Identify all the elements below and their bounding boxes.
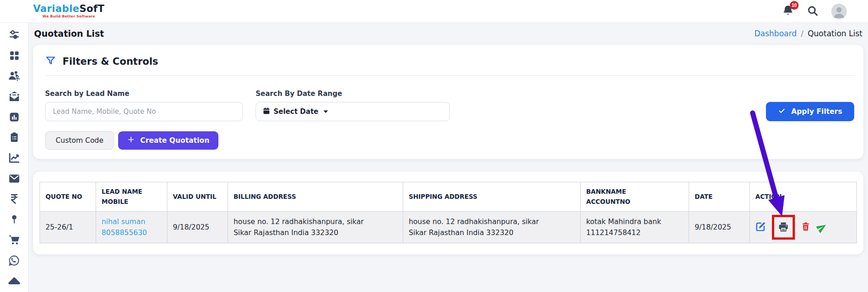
users-gear-icon: [8, 70, 20, 84]
send-button[interactable]: [817, 222, 827, 233]
sidebar-item-reports[interactable]: [0, 107, 29, 128]
breadcrumb-current: Quotation List: [808, 29, 862, 38]
cell-lead-name-mobile: nihal suman 8058855630: [96, 212, 167, 243]
caret-up-icon: [7, 274, 21, 290]
notifications-button[interactable]: 10: [782, 5, 794, 18]
brand-logo[interactable]: VariableSofT We Build Better Software: [33, 4, 104, 18]
col-header-shipping-address: SHIPPING ADDRESS: [403, 182, 581, 212]
date-range-label: Search By Date Range: [256, 90, 450, 98]
select-date-label: Select Date: [274, 107, 319, 116]
cell-quote-no: 25-26/1: [40, 212, 96, 243]
breadcrumb-separator: /: [801, 29, 804, 38]
search-icon: [807, 5, 818, 18]
table-header-row: QUOTE NO LEAD NAMEMOBILE VALID UNTIL BIL…: [40, 182, 857, 212]
sidebar-item-whatsapp[interactable]: [0, 251, 29, 272]
page-title: Quotation List: [34, 28, 104, 39]
main-content: Quotation List Dashboard/Quotation List …: [29, 23, 868, 292]
chevron-down-icon: [323, 110, 328, 113]
cell-valid-until: 9/18/2025: [167, 212, 228, 243]
apply-filters-button[interactable]: Apply Filters: [766, 102, 854, 121]
col-header-bankname-accountno: BANKNAMEACCOUNTNO: [581, 182, 689, 212]
sidebar-item-tasks[interactable]: [0, 128, 29, 149]
cell-bankname-accountno: kotak Mahindra bank111214758412: [581, 212, 689, 243]
col-header-action: ACTION: [750, 182, 857, 212]
notification-count-badge: 10: [790, 1, 799, 10]
print-button[interactable]: [778, 221, 789, 234]
open-mail-icon: [8, 90, 20, 104]
col-header-quote-no: QUOTE NO: [40, 182, 96, 212]
user-avatar[interactable]: [831, 4, 847, 19]
line-chart-icon: [8, 152, 20, 166]
sidebar-item-analytics[interactable]: [0, 149, 29, 169]
plus-icon: [127, 136, 135, 145]
calendar-icon: [263, 107, 270, 117]
filters-title-row: Filters & Controls: [45, 55, 854, 76]
delete-button[interactable]: [801, 221, 811, 233]
pin-icon: [9, 214, 19, 227]
sidebar: [0, 23, 29, 292]
lead-search-label: Search by Lead Name: [45, 90, 243, 98]
edit-button[interactable]: [755, 221, 766, 233]
filters-panel: Filters & Controls Search by Lead Name S…: [33, 45, 863, 159]
table-row: 25-26/1 nihal suman 8058855630 9/18/2025…: [40, 212, 857, 243]
whatsapp-icon: [8, 255, 20, 268]
sliders-icon: [8, 29, 20, 43]
col-header-lead-name-mobile: LEAD NAMEMOBILE: [96, 182, 167, 212]
cell-date: 9/18/2025: [689, 212, 750, 243]
topbar-actions: 10: [782, 4, 847, 19]
sidebar-item-inbox[interactable]: [0, 87, 29, 108]
brand-name: VariableSofT: [33, 4, 104, 14]
filters-title: Filters & Controls: [63, 56, 158, 67]
breadcrumb: Dashboard/Quotation List: [754, 29, 862, 38]
lead-mobile-link[interactable]: 8058855630: [102, 227, 161, 238]
sidebar-item-location[interactable]: [0, 210, 29, 230]
cell-shipping-address: house no. 12 radhakishanpura, sikarSikar…: [403, 212, 581, 243]
print-icon: [778, 221, 789, 234]
sidebar-item-team[interactable]: [0, 67, 29, 87]
edit-icon: [755, 221, 766, 233]
topbar: VariableSofT We Build Better Software 10: [0, 0, 868, 23]
cell-actions: [750, 212, 857, 243]
col-header-date: DATE: [689, 182, 750, 212]
filters-row: Search by Lead Name Search By Date Range…: [45, 90, 854, 121]
filters-buttons-row: Custom Code Create Quotation: [45, 131, 854, 150]
annotation-highlight-box: [772, 215, 795, 240]
breadcrumb-dashboard-link[interactable]: Dashboard: [754, 29, 797, 38]
sidebar-item-dashboard[interactable]: [0, 46, 29, 67]
date-range-group: Search By Date Range Select Date: [256, 90, 450, 121]
quotation-table: QUOTE NO LEAD NAMEMOBILE VALID UNTIL BIL…: [40, 182, 857, 243]
lead-name-link[interactable]: nihal suman: [102, 216, 161, 227]
cell-billing-address: house no. 12 radhakishanpura, sikarSikar…: [228, 212, 403, 243]
quotation-table-panel: QUOTE NO LEAD NAMEMOBILE VALID UNTIL BIL…: [33, 172, 863, 254]
custom-code-button[interactable]: Custom Code: [45, 131, 114, 150]
rupee-icon: [9, 193, 20, 206]
col-header-billing-address: BILLING ADDRESS: [228, 182, 403, 212]
page-header: Quotation List Dashboard/Quotation List: [33, 28, 863, 39]
sidebar-item-messages[interactable]: [0, 169, 29, 190]
grid-icon: [9, 50, 20, 63]
paper-plane-icon: [815, 220, 829, 235]
lead-search-group: Search by Lead Name: [45, 90, 243, 121]
bar-chart-icon: [9, 112, 20, 124]
create-quotation-button[interactable]: Create Quotation: [118, 131, 218, 150]
lead-search-input[interactable]: [45, 102, 243, 121]
sidebar-item-collapse[interactable]: [0, 271, 29, 292]
sidebar-item-payments[interactable]: [0, 190, 29, 210]
sidebar-item-orders[interactable]: [0, 230, 29, 251]
mail-icon: [8, 173, 20, 186]
funnel-icon: [45, 55, 56, 68]
search-button[interactable]: [807, 5, 818, 18]
select-date-button[interactable]: Select Date: [256, 102, 450, 121]
sidebar-item-filter-controls[interactable]: [0, 26, 29, 46]
col-header-valid-until: VALID UNTIL: [167, 182, 228, 212]
brand-tagline: We Build Better Software: [33, 15, 104, 18]
clipboard-icon: [9, 132, 20, 145]
cart-icon: [8, 234, 20, 247]
trash-icon: [801, 221, 811, 233]
check-icon: [778, 107, 786, 116]
